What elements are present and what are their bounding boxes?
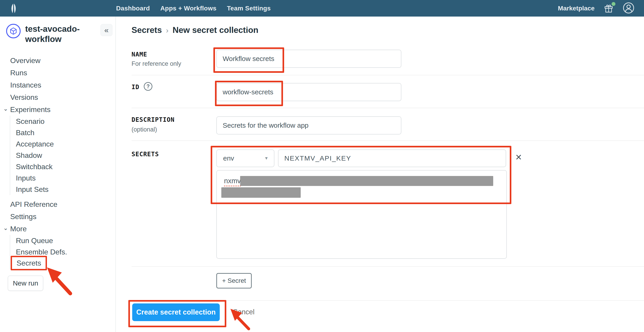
- sidebar-item-inputs[interactable]: Inputs: [10, 172, 116, 184]
- add-secret-button[interactable]: + Secret: [216, 273, 252, 288]
- description-input[interactable]: [216, 116, 401, 134]
- sidebar-item-label: Ensemble Defs.: [16, 248, 67, 256]
- more-submenu: Run Queue Ensemble Defs. Secrets: [10, 235, 116, 269]
- nav-item-marketplace[interactable]: Marketplace: [558, 5, 594, 12]
- sidebar-item-switchback[interactable]: Switchback: [10, 161, 116, 172]
- app-header: test-avocado-workflow: [6, 24, 100, 44]
- sidebar-item-label: Secrets: [16, 259, 41, 267]
- page-title: New secret collection: [172, 26, 258, 35]
- name-input[interactable]: [216, 50, 401, 68]
- sidebar-item-label: Instances: [10, 81, 41, 89]
- sidebar-item-label: Switchback: [16, 162, 52, 171]
- nextmv-logo-icon[interactable]: [8, 3, 18, 14]
- sidebar-item-label: Input Sets: [16, 185, 48, 194]
- nav-item-apps-workflows[interactable]: Apps + Workflows: [160, 5, 216, 12]
- divider: [132, 75, 644, 75]
- sidebar-item-label: Shadow: [16, 151, 42, 160]
- sidebar-item-label: Inputs: [16, 174, 36, 182]
- nav-right: Marketplace: [558, 0, 634, 16]
- sidebar-item-label: Experiments: [10, 106, 50, 114]
- secret-key-input[interactable]: [278, 150, 506, 167]
- sidebar-item-label: Batch: [16, 128, 34, 137]
- gift-icon[interactable]: [604, 4, 614, 14]
- sidebar-item-label: API Reference: [10, 200, 57, 209]
- sidebar-item-experiments[interactable]: ⌄ Experiments: [0, 104, 116, 116]
- breadcrumb: Secrets › New secret collection: [132, 26, 258, 35]
- collapse-sidebar-button[interactable]: «: [100, 24, 112, 36]
- dropdown-caret-icon: ▼: [264, 156, 268, 161]
- experiments-submenu: Scenario Batch Acceptance Shadow Switchb…: [10, 116, 116, 195]
- sidebar-item-label: Overview: [10, 56, 40, 65]
- sidebar-item-label: More: [10, 225, 27, 233]
- divider: [132, 266, 644, 267]
- sidebar-item-label: Settings: [10, 212, 36, 221]
- secret-value-prefix: nxmv: [224, 177, 241, 186]
- notification-dot: [612, 2, 616, 6]
- divider: [132, 300, 644, 301]
- sidebar-item-label: Runs: [10, 69, 27, 77]
- sidebar-item-label: Scenario: [16, 117, 44, 126]
- description-hint: (optional): [132, 126, 157, 133]
- id-input[interactable]: [216, 83, 401, 101]
- annotation-arrow-secrets: [45, 265, 74, 296]
- avatar-icon[interactable]: [623, 2, 634, 15]
- menu-gap: [0, 195, 116, 198]
- sidebar-item-runs[interactable]: Runs: [0, 67, 116, 79]
- sidebar-item-more[interactable]: ⌄ More: [0, 223, 116, 235]
- redaction-block: [240, 176, 493, 186]
- nav-menu: Dashboard Apps + Workflows Team Settings: [116, 0, 271, 16]
- sidebar: test-avocado-workflow « Overview Runs In…: [0, 16, 116, 332]
- sidebar-item-acceptance[interactable]: Acceptance: [10, 138, 116, 150]
- new-run-button[interactable]: New run: [8, 276, 43, 291]
- sidebar-menu: Overview Runs Instances Versions ⌄ Exper…: [0, 54, 116, 269]
- redaction-block: [221, 187, 301, 198]
- name-label: NAME: [132, 51, 147, 58]
- secrets-label: SECRETS: [132, 150, 159, 158]
- sidebar-item-shadow[interactable]: Shadow: [10, 150, 116, 161]
- annotation-arrow-create-button: [226, 306, 254, 331]
- description-label: DESCRIPTION: [132, 116, 174, 123]
- breadcrumb-secrets-link[interactable]: Secrets: [132, 26, 162, 35]
- create-secret-collection-button[interactable]: Create secret collection: [132, 304, 220, 321]
- sidebar-item-label: Run Queue: [16, 236, 53, 245]
- sidebar-item-instances[interactable]: Instances: [0, 79, 116, 91]
- breadcrumb-separator: ›: [166, 26, 168, 35]
- id-label: ID: [132, 84, 140, 90]
- sidebar-item-batch[interactable]: Batch: [10, 127, 116, 138]
- secret-type-select[interactable]: env ▼: [216, 150, 274, 167]
- name-hint: For reference only: [132, 60, 181, 67]
- app-title: test-avocado-workflow: [25, 24, 100, 44]
- sidebar-item-settings[interactable]: Settings: [0, 210, 116, 223]
- nav-item-team-settings[interactable]: Team Settings: [227, 5, 271, 12]
- help-icon[interactable]: ?: [144, 82, 152, 91]
- secret-value-textarea[interactable]: nxmv: [216, 170, 507, 259]
- sidebar-item-input-sets[interactable]: Input Sets: [10, 184, 116, 195]
- cube-icon: [6, 24, 21, 38]
- top-nav: Dashboard Apps + Workflows Team Settings…: [0, 0, 644, 16]
- sidebar-item-versions[interactable]: Versions: [0, 91, 116, 104]
- secret-type-value: env: [223, 154, 234, 162]
- nav-item-dashboard[interactable]: Dashboard: [116, 5, 150, 12]
- sidebar-item-overview[interactable]: Overview: [0, 54, 116, 67]
- annotation-rect-secrets-item: Secrets: [11, 256, 47, 270]
- divider: [132, 140, 644, 141]
- sidebar-item-api-reference[interactable]: API Reference: [0, 198, 116, 210]
- sidebar-item-label: Versions: [10, 93, 38, 102]
- sidebar-item-label: Acceptance: [16, 140, 54, 148]
- sidebar-item-run-queue[interactable]: Run Queue: [10, 235, 116, 246]
- sidebar-item-scenario[interactable]: Scenario: [10, 116, 116, 127]
- divider: [132, 108, 644, 108]
- remove-secret-icon[interactable]: ✕: [515, 153, 522, 162]
- app-root: Dashboard Apps + Workflows Team Settings…: [0, 0, 644, 332]
